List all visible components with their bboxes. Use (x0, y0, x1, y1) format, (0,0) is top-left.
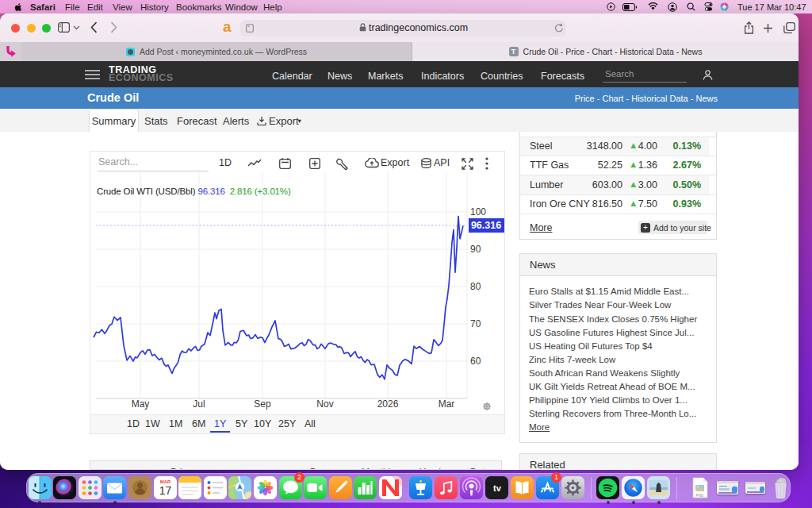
svg-text:2026: 2026 (377, 398, 399, 410)
svg-text:60: 60 (470, 356, 481, 367)
svg-text:80: 80 (470, 281, 481, 292)
svg-text:100: 100 (470, 206, 486, 217)
svg-text:Jul: Jul (193, 398, 205, 410)
svg-text:70: 70 (470, 318, 481, 329)
svg-text:Sep: Sep (254, 398, 271, 410)
svg-text:tv: tv (493, 483, 502, 493)
svg-text:PNG: PNG (696, 494, 704, 498)
svg-text:17: 17 (159, 484, 172, 497)
svg-text:May: May (132, 398, 150, 410)
svg-text:96.316: 96.316 (471, 220, 501, 231)
svg-text:90: 90 (470, 244, 481, 255)
svg-text:Nov: Nov (316, 398, 333, 410)
svg-text:Mar: Mar (439, 398, 455, 410)
